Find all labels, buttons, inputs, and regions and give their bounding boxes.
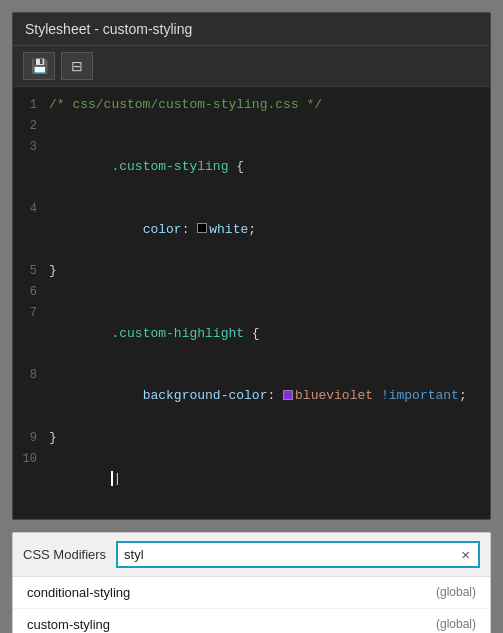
code-line-2: 2 <box>13 116 490 137</box>
line-content <box>49 282 57 303</box>
line-content: background-color: blueviolet !important; <box>49 365 467 427</box>
line-num: 7 <box>13 304 49 323</box>
line-num: 1 <box>13 96 49 115</box>
code-line-6: 6 <box>13 282 490 303</box>
search-input[interactable] <box>124 547 459 562</box>
line-num: 5 <box>13 262 49 281</box>
code-line-3: 3 .custom-styling { <box>13 137 490 199</box>
line-num: 2 <box>13 117 49 136</box>
line-content: .custom-highlight { <box>49 303 260 365</box>
color-swatch-black <box>197 223 207 233</box>
dropdown-item-custom-styling[interactable]: custom-styling (global) <box>13 609 490 633</box>
css-modifiers-panel: CSS Modifiers × conditional-styling (glo… <box>12 532 491 633</box>
copy-button[interactable]: ⊟ <box>61 52 93 80</box>
code-line-9: 9 } <box>13 428 490 449</box>
css-modifiers-label: CSS Modifiers <box>23 547 106 562</box>
save-button[interactable]: 💾 <box>23 52 55 80</box>
code-line-7: 7 .custom-highlight { <box>13 303 490 365</box>
color-swatch-blueviolet <box>283 390 293 400</box>
line-content: } <box>49 261 57 282</box>
line-num: 8 <box>13 366 49 385</box>
editor-title: Stylesheet - custom-styling <box>13 13 490 46</box>
line-content <box>49 116 57 137</box>
editor-panel: Stylesheet - custom-styling 💾 ⊟ 1 /* css… <box>12 12 491 520</box>
code-line-10: 10 | <box>13 449 490 511</box>
dropdown-item-conditional-styling[interactable]: conditional-styling (global) <box>13 577 490 609</box>
line-content: color: white; <box>49 199 256 261</box>
search-clear-button[interactable]: × <box>459 546 472 563</box>
code-area[interactable]: 1 /* css/custom/custom-styling.css */ 2 … <box>13 87 490 519</box>
item-name: custom-styling <box>27 617 110 632</box>
line-num: 9 <box>13 429 49 448</box>
search-input-wrap[interactable]: × <box>116 541 480 568</box>
dropdown-list: conditional-styling (global) custom-styl… <box>13 577 490 633</box>
code-line-8: 8 background-color: blueviolet !importan… <box>13 365 490 427</box>
line-num: 4 <box>13 200 49 219</box>
editor-toolbar: 💾 ⊟ <box>13 46 490 87</box>
item-scope: (global) <box>436 617 476 631</box>
line-content: } <box>49 428 57 449</box>
code-line-4: 4 color: white; <box>13 199 490 261</box>
code-line-5: 5 } <box>13 261 490 282</box>
line-content: .custom-styling { <box>49 137 244 199</box>
line-num: 10 <box>13 450 49 469</box>
line-content: /* css/custom/custom-styling.css */ <box>49 95 322 116</box>
search-header: CSS Modifiers × <box>13 533 490 577</box>
item-scope: (global) <box>436 585 476 599</box>
code-line-1: 1 /* css/custom/custom-styling.css */ <box>13 95 490 116</box>
line-num: 3 <box>13 138 49 157</box>
item-name: conditional-styling <box>27 585 130 600</box>
line-content: | <box>49 449 121 511</box>
line-num: 6 <box>13 283 49 302</box>
